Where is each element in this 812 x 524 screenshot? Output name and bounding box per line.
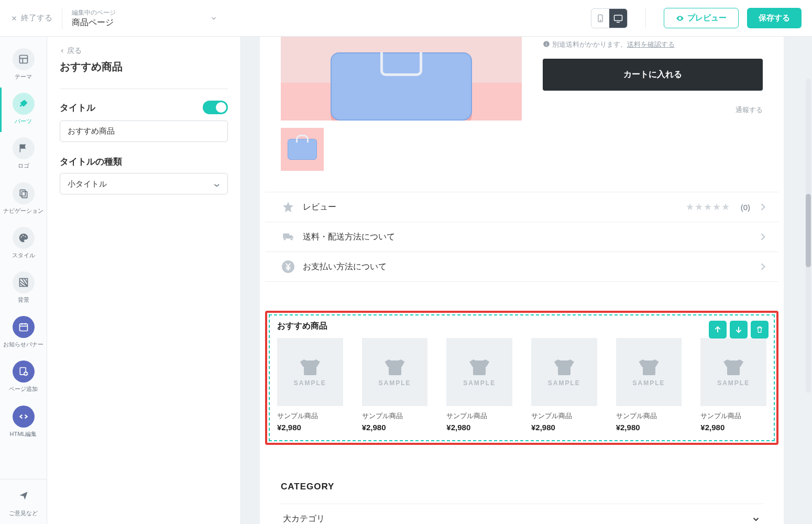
recommended-item[interactable]: SAMPLEサンプル商品¥2,980 [531,338,597,432]
shirt-icon [639,357,659,375]
rail-label: テーマ [15,73,32,80]
icon-rail: テーマ パーツ ロゴ ナビゲーション スタイル 背景 お知らせバナー ページ追 [0,37,47,524]
recommended-item[interactable]: SAMPLEサンプル商品¥2,980 [362,338,428,432]
chevron-left-icon [60,48,65,53]
rail-banner[interactable]: お知らせバナー [0,311,47,355]
accordion-label: レビュー [303,202,678,213]
exit-label: 終了する [21,13,52,23]
category-label: 大カテゴリ [283,514,325,524]
settings-panel: 戻る おすすめ商品 タイトル タイトルの種類 小タイトル [47,37,241,524]
divider [645,8,646,29]
rail-page-add[interactable]: ページ追加 [0,355,47,400]
rail-theme[interactable]: テーマ [0,43,47,88]
recommended-title: おすすめ商品 [277,321,766,332]
scrollbar-thumb[interactable] [806,194,811,267]
report-link[interactable]: 通報する [543,105,763,115]
accordion-payment[interactable]: お支払い方法について [265,252,778,282]
rail-label: ご意見など [9,510,38,517]
chevron-right-icon [758,232,768,242]
rail-background[interactable]: 背景 [0,266,47,311]
rail-label: スタイル [12,252,35,259]
svg-point-8 [25,236,26,237]
page-selector-value: 商品ページ [72,17,116,28]
item-name: サンプル商品 [446,411,512,421]
rail-parts[interactable]: パーツ [0,88,47,132]
item-name: サンプル商品 [362,411,428,421]
rail-label: ロゴ [18,162,29,169]
rail-style[interactable]: スタイル [0,222,47,266]
title-kind-select[interactable]: 小タイトル [60,173,228,194]
shirt-icon [469,357,489,375]
palette-icon [18,233,29,243]
rail-label: パーツ [15,118,32,125]
move-up-button[interactable] [709,321,727,339]
shirt-icon [723,357,743,375]
save-button[interactable]: 保存する [747,8,802,28]
recommended-item[interactable]: SAMPLEサンプル商品¥2,980 [700,338,766,432]
move-down-button[interactable] [730,321,748,339]
section-title-label: タイトル [60,102,95,114]
code-icon [18,411,29,422]
svg-rect-3 [19,56,27,63]
title-input[interactable] [60,121,228,142]
page-add-icon [18,366,29,377]
brush-icon [18,99,29,109]
sample-label: SAMPLE [633,379,665,387]
layout-icon [18,54,29,64]
send-icon [18,490,29,501]
page-selector[interactable]: 編集中のページ 商品ページ [72,8,217,28]
shirt-icon [554,357,574,375]
add-to-cart-button[interactable]: カートに入れる [543,59,763,91]
recommended-block[interactable]: おすすめ商品 SAMPLEサンプル商品¥2,980SAMPLEサンプル商品¥2,… [269,314,775,441]
truck-icon [281,230,295,244]
item-price: ¥2,980 [531,423,597,432]
sample-label: SAMPLE [294,379,326,387]
delete-button[interactable] [751,321,769,339]
star-icon [281,200,295,214]
info-icon [543,40,550,48]
item-name: サンプル商品 [700,411,766,421]
svg-rect-4 [20,190,25,196]
item-price: ¥2,980 [446,423,512,432]
chevron-down-icon [210,15,217,22]
sample-image: SAMPLE [362,338,428,406]
sample-label: SAMPLE [548,379,580,387]
title-toggle[interactable] [203,101,228,114]
item-name: サンプル商品 [531,411,597,421]
rail-html-edit[interactable]: HTML編集 [0,400,47,445]
accordion-label: お支払い方法について [303,261,750,272]
accordion-review[interactable]: レビュー ★★★★★ (0) [265,192,778,222]
recommended-item[interactable]: SAMPLEサンプル商品¥2,980 [277,338,343,432]
close-icon [10,15,18,22]
viewport-desktop[interactable] [609,9,627,28]
rating-stars: ★★★★★ [686,201,730,213]
recommended-item[interactable]: SAMPLEサンプル商品¥2,980 [446,338,512,432]
preview-label: プレビュー [687,13,727,23]
chevron-right-icon [758,202,768,212]
product-thumbnail[interactable] [281,128,324,171]
rail-label: 背景 [18,297,29,303]
rail-feedback[interactable]: ご意見など [0,479,47,524]
exit-button[interactable]: 終了する [10,13,52,23]
rail-logo[interactable]: ロゴ [0,132,47,177]
svg-rect-10 [19,324,27,331]
viewport-mobile[interactable] [591,9,609,28]
divider [62,8,62,29]
viewport-toggle [591,8,628,28]
topbar: 終了する 編集中のページ 商品ページ プレビュー 保存する [0,0,812,37]
preview-canvas-wrap[interactable]: 別途送料がかかります。送料を確認する カートに入れる 通報する レビュー ★★★… [241,37,812,524]
back-label: 戻る [67,46,82,56]
preview-button[interactable]: プレビュー [664,8,739,28]
mobile-icon [596,13,605,24]
rail-navigation[interactable]: ナビゲーション [0,177,47,222]
shirt-icon [300,357,320,375]
category-row[interactable]: 大カテゴリ [281,504,763,524]
recommended-item[interactable]: SAMPLEサンプル商品¥2,980 [616,338,682,432]
shipping-link[interactable]: 送料を確認する [627,40,675,48]
back-button[interactable]: 戻る [60,46,228,56]
accordion-shipping[interactable]: 送料・配送方法について [265,222,778,252]
chevron-down-icon [751,515,761,524]
panel-title: おすすめ商品 [60,60,228,74]
rail-label: ページ追加 [9,386,38,392]
svg-rect-5 [21,191,27,198]
